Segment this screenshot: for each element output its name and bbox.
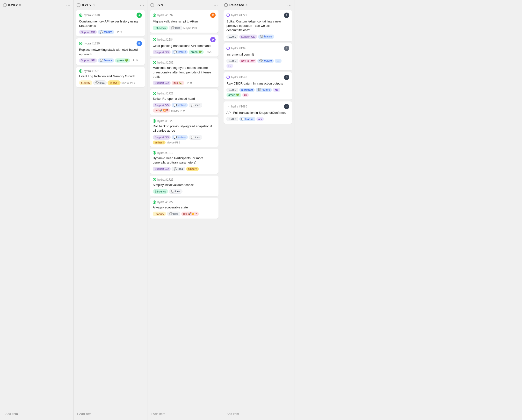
add-item-button-021x[interactable]: + Add item bbox=[76, 411, 145, 417]
tag-idea: 💬 idea bbox=[189, 103, 202, 107]
card-tags: Support GD💬 ideaamber ! bbox=[153, 167, 215, 171]
column-menu-button-021x[interactable]: ··· bbox=[140, 3, 144, 7]
card-title: Replace networking stack with etcd-based… bbox=[79, 48, 142, 56]
column-menu-button-020x[interactable]: ··· bbox=[66, 3, 70, 7]
tag-version: 0.20.0 bbox=[226, 35, 238, 39]
tag-support-gd: Support GD bbox=[153, 167, 171, 171]
card-issue: ⑂hydra #1685 bbox=[226, 105, 247, 108]
column-header-0xx: 0.x.x8··· bbox=[150, 3, 218, 7]
card-issue-number: hydra #1721 bbox=[157, 92, 174, 95]
add-item-button-0xx[interactable]: + Add item bbox=[150, 411, 218, 417]
tag-support-gd: Support GD bbox=[79, 30, 97, 34]
tag-efficiency: Efficiency bbox=[153, 189, 168, 194]
card-tags: Efficiency💬 idea bbox=[153, 189, 215, 194]
tag-bug: bug 🐛 bbox=[172, 81, 184, 85]
status-open-icon bbox=[79, 42, 82, 45]
tag-green: green 💚 bbox=[189, 50, 203, 54]
add-item-button-020x[interactable]: + Add item bbox=[2, 411, 71, 417]
card-title: Raw CBOR datum in transaction outputs bbox=[226, 81, 289, 86]
tag-pi: PI-9 bbox=[205, 50, 213, 54]
tag-maybe-pi: Maybe PI-9 bbox=[167, 141, 180, 144]
tag-support-gd: Support GD bbox=[239, 35, 257, 39]
card[interactable]: ✓hydra #1543GRaw CBOR datum in transacti… bbox=[223, 72, 292, 99]
card-tags: 0.20.0Day-to-Day💬 featureL1L2 bbox=[226, 59, 289, 68]
status-open-icon bbox=[79, 69, 82, 73]
card-header: ✓hydra #1543G bbox=[226, 75, 289, 80]
tag-idea: 💬 idea bbox=[172, 167, 185, 171]
tag-amber: amber ! bbox=[153, 141, 166, 144]
card-issue: hydra #1720 bbox=[79, 42, 100, 45]
card-title: Migrate validators script to Aiken bbox=[153, 19, 215, 24]
card-tags: 0.20.0Blockfrost💬 featureapigreen 💚ux bbox=[226, 88, 289, 97]
card-issue-number: hydra #1284 bbox=[157, 38, 174, 41]
card-title: Machines running hydra nodes become unre… bbox=[153, 66, 215, 79]
card[interactable]: hydra #1618AConstant memory API server h… bbox=[76, 10, 145, 37]
card[interactable]: ✓hydra #199FIncremental commit0.20.0Day-… bbox=[223, 43, 292, 70]
card-issue: ✓hydra #1543 bbox=[226, 75, 247, 79]
column-status-icon-020x bbox=[3, 3, 7, 7]
card[interactable]: hydra #1722Always-recoverable stateStabi… bbox=[150, 198, 218, 218]
card-header: ✓hydra #1727E bbox=[226, 13, 289, 18]
card-tags: Efficiency💬 ideaMaybe PI-9 bbox=[153, 26, 215, 30]
card-title: Event Log Rotation and Memory Growth bbox=[79, 74, 142, 78]
card-issue-number: hydra #1092 bbox=[157, 14, 174, 17]
card[interactable]: hydra #1720BReplace networking stack wit… bbox=[76, 38, 145, 65]
card-issue: hydra #1722 bbox=[153, 201, 174, 204]
tag-support-gd: Support GD bbox=[153, 135, 171, 140]
card-header: hydra #1721 bbox=[153, 92, 215, 95]
card-tags: Support GD💬 featuregreen 💚PI-9 bbox=[79, 59, 142, 63]
card-header: hydra #1720B bbox=[79, 41, 142, 46]
tag-pi: PI-9 bbox=[131, 59, 140, 63]
card-header: ✓hydra #199F bbox=[226, 46, 289, 51]
column-020x: 0.20.x0···+ Add item bbox=[0, 0, 74, 420]
tag-l1: L1 bbox=[275, 59, 282, 63]
card[interactable]: hydra #1092CMigrate validators script to… bbox=[150, 10, 218, 33]
status-fork-icon: ⑂ bbox=[226, 105, 230, 108]
card-issue: ✓hydra #199 bbox=[226, 47, 246, 50]
column-status-icon-released bbox=[224, 3, 228, 7]
card-header: hydra #1813 bbox=[153, 151, 215, 155]
card[interactable]: ✓hydra #1727ESpike: Custom ledger contai… bbox=[223, 10, 292, 41]
card-issue: ✓hydra #1727 bbox=[226, 14, 247, 17]
card[interactable]: hydra #1813Dynamic Head Participants (or… bbox=[150, 149, 218, 174]
tag-stability: Stability bbox=[79, 80, 92, 85]
card-avatar: D bbox=[210, 37, 215, 42]
column-header-021x: 0.21.x3··· bbox=[76, 3, 145, 7]
add-item-button-released[interactable]: + Add item bbox=[223, 411, 292, 417]
card-issue-number: hydra #199 bbox=[231, 47, 246, 50]
column-released: Released4···✓hydra #1727ESpike: Custom l… bbox=[221, 0, 295, 420]
card[interactable]: ⑂hydra #1685HAPI: Full transaction in Sn… bbox=[223, 101, 292, 124]
card-tags: Stability💬 ideared 🚀💥!? bbox=[153, 211, 215, 216]
card[interactable]: hydra #1829Roll back to previously-agree… bbox=[150, 117, 218, 147]
tag-feature: 💬 feature bbox=[98, 59, 114, 63]
card[interactable]: hydra #1581Event Log Rotation and Memory… bbox=[76, 67, 145, 87]
status-open-icon bbox=[153, 61, 156, 64]
tag-api: api bbox=[273, 88, 280, 92]
tag-idea: 💬 idea bbox=[93, 80, 107, 85]
tag-idea: 💬 idea bbox=[169, 189, 183, 194]
tag-green: green 💚 bbox=[226, 93, 241, 97]
tag-feature: 💬 feature bbox=[258, 35, 274, 39]
card[interactable]: hydra #1284DClear pending transactions A… bbox=[150, 35, 218, 57]
card-issue-number: hydra #1722 bbox=[157, 201, 174, 204]
column-menu-button-released[interactable]: ··· bbox=[287, 3, 292, 7]
tag-api: api bbox=[256, 117, 264, 121]
card[interactable]: hydra #1582Machines running hydra nodes … bbox=[150, 59, 218, 87]
card-issue-number: hydra #1618 bbox=[84, 14, 100, 17]
card[interactable]: hydra #1721Spike: Re-open a closed headS… bbox=[150, 89, 218, 115]
column-menu-button-0xx[interactable]: ··· bbox=[214, 3, 218, 7]
card-avatar: F bbox=[284, 46, 289, 51]
status-open-icon bbox=[153, 151, 156, 155]
tag-version: 0.20.0 bbox=[226, 88, 238, 92]
card-title: Roll back to previously-agreed snapshot,… bbox=[153, 124, 215, 133]
card-tags: Support GDbug 🐛PI-9 bbox=[153, 81, 215, 85]
tag-feature: 💬 feature bbox=[257, 59, 274, 63]
card-issue-number: hydra #1725 bbox=[157, 178, 174, 181]
card-issue-number: hydra #1543 bbox=[231, 75, 247, 79]
column-status-icon-0xx bbox=[150, 3, 154, 7]
card[interactable]: hydra #1725Simplify initial validator ch… bbox=[150, 176, 218, 196]
card-header: hydra #1284D bbox=[153, 37, 215, 42]
status-open-icon bbox=[153, 38, 156, 41]
card-issue: hydra #1813 bbox=[153, 151, 174, 155]
card-tags: Support GD💬 feature💬 ideaamber !Maybe PI… bbox=[153, 135, 215, 144]
